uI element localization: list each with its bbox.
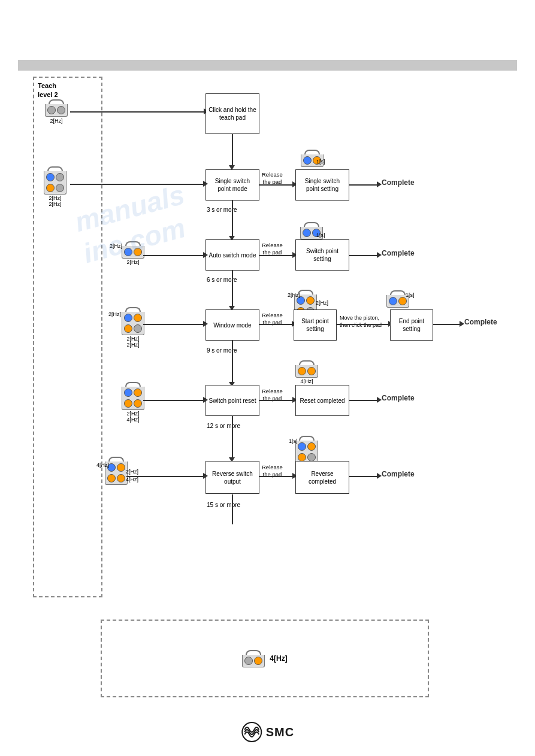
release-pad-1: Releasethe pad — [262, 171, 283, 186]
arrow-reset-head — [203, 397, 208, 403]
arrow-auto-head — [203, 252, 208, 258]
led-auto-top: 1[s] — [298, 222, 325, 238]
click-hold-box: Click and hold the teach pad — [205, 93, 259, 134]
arrow-reverse-left — [126, 476, 205, 477]
h-line-complete-5 — [349, 476, 379, 477]
move-piston-label: Move the piston, then click the pad — [340, 315, 388, 329]
start-setting-box: Start point setting — [294, 309, 337, 341]
arrow-reset-left — [143, 400, 205, 401]
h-line-complete-1 — [349, 184, 379, 186]
smc-logo-icon — [241, 721, 262, 743]
reverse-box: Reverse switch output — [205, 461, 259, 494]
h-line-complete-2 — [349, 255, 379, 256]
h-line-reset — [259, 400, 295, 401]
v-line-6 — [232, 494, 233, 524]
reverse-4hz-label2: 4[Hz] — [126, 476, 138, 482]
v-line-4 — [232, 341, 233, 384]
reset-box: Switch point reset — [205, 385, 259, 416]
complete-4: Complete — [382, 394, 415, 402]
h-line-single — [259, 184, 295, 186]
release-pad-2: Releasethe pad — [262, 242, 283, 257]
arrow-reverse-head — [203, 473, 208, 479]
led-bottom — [242, 650, 265, 667]
window-mode-box: Window mode — [205, 309, 259, 341]
bottom-box: 4[Hz] — [101, 620, 429, 697]
auto-setting-box: Switch point setting — [295, 239, 349, 271]
teach-level-box — [33, 77, 102, 597]
arrow-complete-3 — [460, 321, 464, 327]
bottom-hz-label: 4[Hz] — [270, 654, 287, 663]
led-single-top: 1[s] — [300, 150, 325, 165]
complete-3: Complete — [464, 318, 497, 326]
led-reverse-left — [105, 457, 128, 485]
page-container: manualsinc.com Teach level 2 2[Hz] — [0, 0, 535, 756]
arrow-complete-5 — [377, 473, 382, 479]
v-line-2 — [232, 201, 233, 238]
single-setting-box: Single switch point setting — [295, 169, 349, 201]
diagram-area: Teach level 2 2[Hz] Click and hold the — [33, 77, 512, 627]
timing-15s: 15 s or more — [207, 502, 240, 508]
v-line-5 — [232, 416, 233, 459]
auto-2hz-label: 2[Hz] — [110, 243, 122, 249]
arrow-window-left — [143, 324, 205, 325]
reverse-2hz-label: 2[Hz] — [126, 469, 138, 475]
arrow-complete-2 — [377, 252, 382, 258]
h-line-auto — [259, 255, 295, 256]
led-reset-left: 2[Hz] 4[Hz] — [122, 382, 144, 423]
h-line-reverse — [259, 476, 295, 477]
v-line-1 — [232, 134, 233, 167]
reset-completed-box: Reset completed — [295, 385, 349, 416]
complete-5: Complete — [382, 470, 415, 478]
h-line-complete-3 — [433, 324, 462, 325]
auto-mode-box: Auto switch mode — [205, 239, 259, 271]
window-start-2hz-label2: 2[Hz] — [316, 300, 328, 306]
h-line-complete-4 — [349, 400, 379, 401]
arrow-complete-4 — [377, 397, 382, 403]
smc-logo: SMC — [241, 721, 294, 743]
window-end-1s-label: 1[s] — [406, 292, 415, 298]
end-setting-box: End point setting — [390, 309, 433, 341]
arrow-window-head — [203, 321, 208, 327]
complete-1: Complete — [382, 178, 415, 187]
arrow-auto-left — [143, 255, 205, 256]
single-mode-box: Single switch point mode — [205, 169, 259, 201]
smc-logo-text: SMC — [266, 725, 294, 739]
h-line-window-end — [337, 324, 391, 325]
v-line-3 — [232, 271, 233, 308]
header-bar — [18, 60, 517, 71]
window-start-2hz-label: 2[Hz] — [288, 292, 300, 298]
complete-2: Complete — [382, 249, 415, 257]
led-window-left: 2[Hz] 2[Hz] — [122, 307, 144, 348]
reverse-completed-box: Reverse completed — [295, 461, 349, 494]
arrow-complete-1 — [377, 181, 382, 187]
bottom-box-content: 4[Hz] — [242, 650, 287, 667]
arrow-single-head — [203, 181, 208, 187]
led-auto-left: 2[Hz] — [122, 241, 144, 265]
timing-12s: 12 s or more — [207, 423, 240, 429]
h-line-window — [259, 324, 294, 325]
window-left-2hz-label: 2[Hz] — [108, 311, 121, 317]
